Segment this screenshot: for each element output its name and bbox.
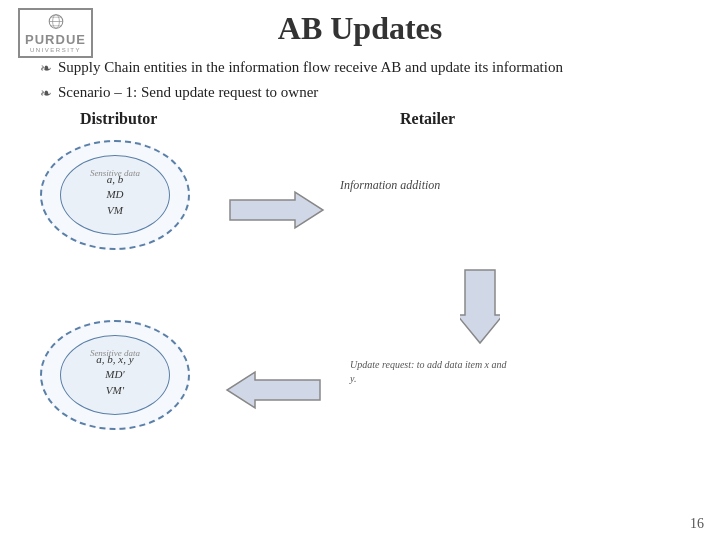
svg-marker-8 <box>227 372 320 408</box>
arrow-down <box>460 265 500 349</box>
arrow-right-top <box>215 190 335 234</box>
ellipse-top: Sensitive data a, b MD VM <box>40 140 190 250</box>
arrow-down-svg <box>460 265 500 345</box>
sensitive-label-bottom: Sensitive data <box>90 348 140 358</box>
ellipse-top-math: a, b MD VM <box>106 172 123 218</box>
logo-subtitle: UNIVERSITY <box>30 47 81 53</box>
globe-icon <box>46 13 66 30</box>
bullet-list: ❧ Supply Chain entities in the informati… <box>30 56 690 104</box>
header: PURDUE UNIVERSITY AB Updates <box>0 0 720 52</box>
distributor-label: Distributor <box>80 110 157 128</box>
arrow-left-bottom <box>215 370 335 414</box>
bullet-item-1: ❧ Supply Chain entities in the informati… <box>40 56 690 79</box>
arrow-right-svg <box>215 190 335 230</box>
svg-marker-7 <box>460 270 500 343</box>
ellipse-top-inner: Sensitive data a, b MD VM <box>60 155 170 235</box>
bullet-symbol-2: ❧ <box>40 83 52 104</box>
logo-area: PURDUE UNIVERSITY <box>18 8 98 63</box>
diagram-container: Distributor Retailer Sensitive data a, b… <box>30 110 690 470</box>
page-title: AB Updates <box>278 10 442 47</box>
page-number: 16 <box>690 516 704 532</box>
logo-university-name: PURDUE <box>25 32 86 47</box>
content-area: ❧ Supply Chain entities in the informati… <box>0 52 720 110</box>
ellipse-bottom-math: a, b, x, y MD' VM' <box>96 352 133 398</box>
svg-marker-6 <box>230 192 323 228</box>
bullet-text-2: Scenario – 1: Send update request to own… <box>58 81 318 104</box>
bullet-item-2: ❧ Scenario – 1: Send update request to o… <box>40 81 690 104</box>
ellipse-bottom: Sensitive data a, b, x, y MD' VM' <box>40 320 190 430</box>
ellipse-bottom-inner: Sensitive data a, b, x, y MD' VM' <box>60 335 170 415</box>
update-request-text: Update request: to add data item x and y… <box>350 358 510 386</box>
info-addition-text: Information addition <box>340 178 440 193</box>
sensitive-label-top: Sensitive data <box>90 168 140 178</box>
logo-box: PURDUE UNIVERSITY <box>18 8 93 58</box>
arrow-left-svg <box>215 370 335 410</box>
bullet-text-1: Supply Chain entities in the information… <box>58 56 563 79</box>
retailer-label: Retailer <box>400 110 455 128</box>
